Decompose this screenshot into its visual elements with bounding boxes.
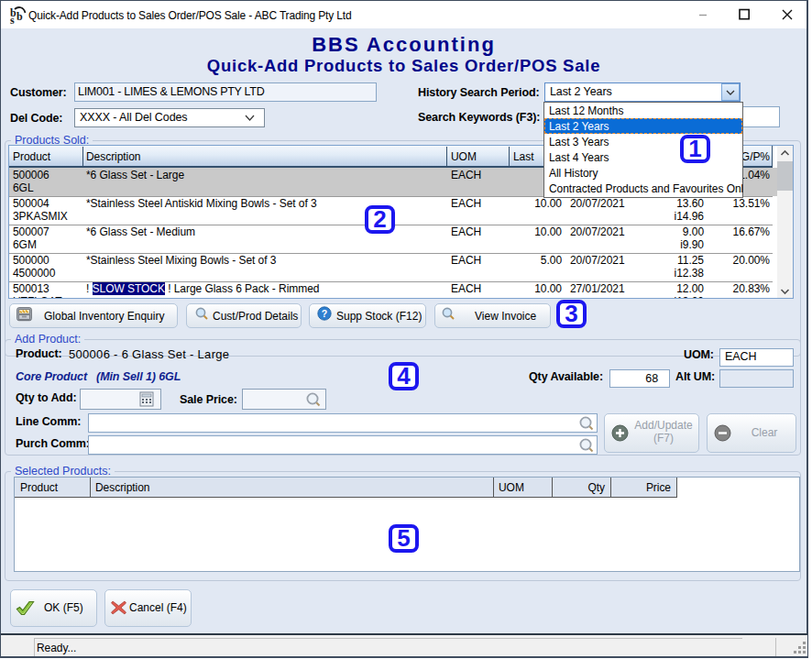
svg-text:?: ? [322, 308, 327, 319]
svg-text:s: s [10, 14, 15, 27]
svg-text:b: b [16, 10, 23, 23]
